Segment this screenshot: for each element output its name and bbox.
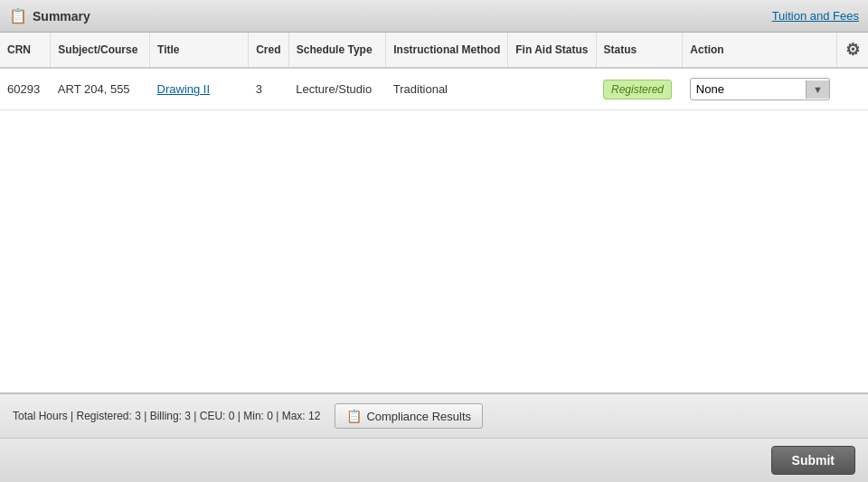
compliance-btn-label: Compliance Results xyxy=(366,410,471,423)
col-header-gear: ⚙ xyxy=(837,33,868,68)
col-header-schedule-type: Schedule Type xyxy=(288,33,386,68)
col-header-action: Action xyxy=(683,33,837,68)
submit-bar: Submit xyxy=(0,438,868,482)
col-header-crn: CRN xyxy=(0,33,51,68)
table-header-row: CRN Subject/Course Title Cred Schedule T… xyxy=(0,33,868,68)
cell-action: NoneDropWeb DropDelete▼ xyxy=(683,68,837,110)
col-header-title: Title xyxy=(150,33,249,68)
tuition-fees-link[interactable]: Tuition and Fees xyxy=(772,9,859,23)
col-header-instructional-method: Instructional Method xyxy=(386,33,508,68)
total-hours-text: Total Hours | Registered: 3 | Billing: 3… xyxy=(13,410,320,422)
panel-title: 📋 Summary xyxy=(9,7,90,24)
col-header-subject: Subject/Course xyxy=(51,33,150,68)
status-badge: Registered xyxy=(603,80,672,99)
cell-crn: 60293 xyxy=(0,68,51,110)
summary-icon: 📋 xyxy=(9,7,27,24)
cell-gear xyxy=(837,68,868,110)
cell-title: Drawing II xyxy=(150,68,249,110)
course-title-link[interactable]: Drawing II xyxy=(157,82,211,96)
submit-button[interactable]: Submit xyxy=(771,446,855,475)
col-header-cred: Cred xyxy=(249,33,289,68)
cell-cred: 3 xyxy=(249,68,289,110)
table-row: 60293ART 204, 555Drawing II3Lecture/Stud… xyxy=(0,68,868,110)
cell-status: Registered xyxy=(596,68,683,110)
action-dropdown-arrow[interactable]: ▼ xyxy=(806,80,829,99)
col-header-status: Status xyxy=(596,33,683,68)
compliance-results-button[interactable]: 📋 Compliance Results xyxy=(335,403,483,429)
action-select[interactable]: NoneDropWeb DropDelete xyxy=(691,79,806,99)
summary-table: CRN Subject/Course Title Cred Schedule T… xyxy=(0,33,868,110)
compliance-icon: 📋 xyxy=(346,409,362,423)
panel-title-text: Summary xyxy=(33,9,90,24)
cell-fin-aid-status xyxy=(508,68,596,110)
action-dropdown-wrapper: NoneDropWeb DropDelete▼ xyxy=(690,78,830,100)
cell-schedule-type: Lecture/Studio xyxy=(288,68,386,110)
summary-header: 📋 Summary Tuition and Fees xyxy=(0,0,868,33)
footer-bar: Total Hours | Registered: 3 | Billing: 3… xyxy=(0,392,868,438)
main-content: CRN Subject/Course Title Cred Schedule T… xyxy=(0,33,868,392)
cell-subject: ART 204, 555 xyxy=(51,68,150,110)
cell-instructional-method: Traditional xyxy=(386,68,508,110)
gear-settings-icon[interactable]: ⚙ xyxy=(845,41,860,59)
col-header-fin-aid-status: Fin Aid Status xyxy=(508,33,596,68)
